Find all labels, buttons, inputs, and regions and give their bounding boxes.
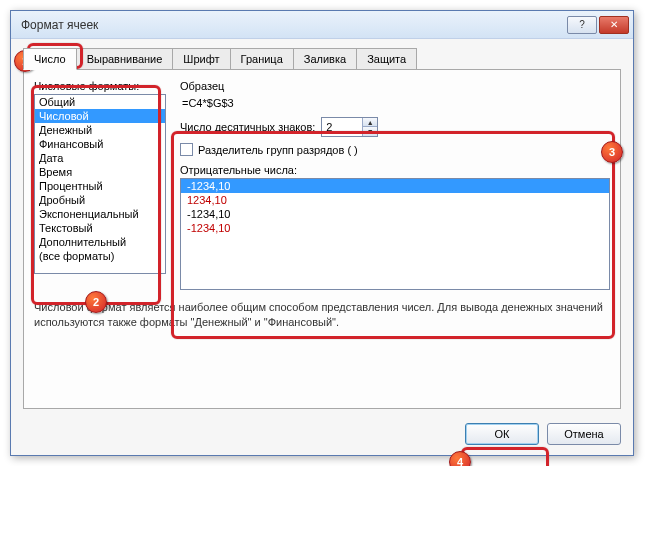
tab-panel-number: Числовые форматы: Общий Числовой Денежны…	[23, 69, 621, 409]
category-item[interactable]: Дробный	[35, 193, 165, 207]
format-description: Числовой формат является наиболее общим …	[34, 300, 610, 330]
help-button[interactable]: ?	[567, 16, 597, 34]
category-item[interactable]: Дополнительный	[35, 235, 165, 249]
categories-label: Числовые форматы:	[34, 80, 166, 92]
decimals-spinner[interactable]: ▲ ▼	[321, 117, 378, 137]
category-item[interactable]: Денежный	[35, 123, 165, 137]
spin-up-icon[interactable]: ▲	[363, 118, 377, 127]
cancel-button[interactable]: Отмена	[547, 423, 621, 445]
negative-item[interactable]: -1234,10	[181, 221, 609, 235]
decimals-input[interactable]	[322, 118, 362, 136]
tab-protection[interactable]: Защита	[356, 48, 417, 70]
dialog-buttons: ОК Отмена	[23, 423, 621, 445]
sample-value: =C4*$G$3	[180, 94, 610, 115]
tabstrip: Число Выравнивание Шрифт Граница Заливка…	[23, 48, 621, 70]
tab-fill[interactable]: Заливка	[293, 48, 357, 70]
category-item[interactable]: Общий	[35, 95, 165, 109]
category-item[interactable]: Процентный	[35, 179, 165, 193]
format-cells-dialog: Формат ячеек ? ✕ Число Выравнивание Шриф…	[10, 10, 634, 456]
category-item[interactable]: Время	[35, 165, 165, 179]
category-item[interactable]: Экспоненциальный	[35, 207, 165, 221]
category-item[interactable]: Финансовый	[35, 137, 165, 151]
thousands-label: Разделитель групп разрядов ( )	[198, 144, 358, 156]
sample-label: Образец	[180, 80, 610, 92]
negative-item[interactable]: -1234,10	[181, 179, 609, 193]
titlebar: Формат ячеек ? ✕	[11, 11, 633, 39]
tab-alignment[interactable]: Выравнивание	[76, 48, 174, 70]
negative-item[interactable]: 1234,10	[181, 193, 609, 207]
negative-label: Отрицательные числа:	[180, 164, 610, 176]
tab-font[interactable]: Шрифт	[172, 48, 230, 70]
ok-button[interactable]: ОК	[465, 423, 539, 445]
window-title: Формат ячеек	[21, 18, 567, 32]
window-buttons: ? ✕	[567, 16, 629, 34]
category-list[interactable]: Общий Числовой Денежный Финансовый Дата …	[34, 94, 166, 274]
category-item[interactable]: (все форматы)	[35, 249, 165, 263]
category-item[interactable]: Дата	[35, 151, 165, 165]
negative-item[interactable]: -1234,10	[181, 207, 609, 221]
decimals-label: Число десятичных знаков:	[180, 121, 315, 133]
tab-border[interactable]: Граница	[230, 48, 294, 70]
spin-down-icon[interactable]: ▼	[363, 127, 377, 136]
thousands-checkbox[interactable]	[180, 143, 193, 156]
category-item[interactable]: Числовой	[35, 109, 165, 123]
dialog-body: Число Выравнивание Шрифт Граница Заливка…	[11, 39, 633, 455]
category-item[interactable]: Текстовый	[35, 221, 165, 235]
tab-number[interactable]: Число	[23, 48, 77, 70]
close-button[interactable]: ✕	[599, 16, 629, 34]
negative-list[interactable]: -1234,10 1234,10 -1234,10 -1234,10	[180, 178, 610, 290]
